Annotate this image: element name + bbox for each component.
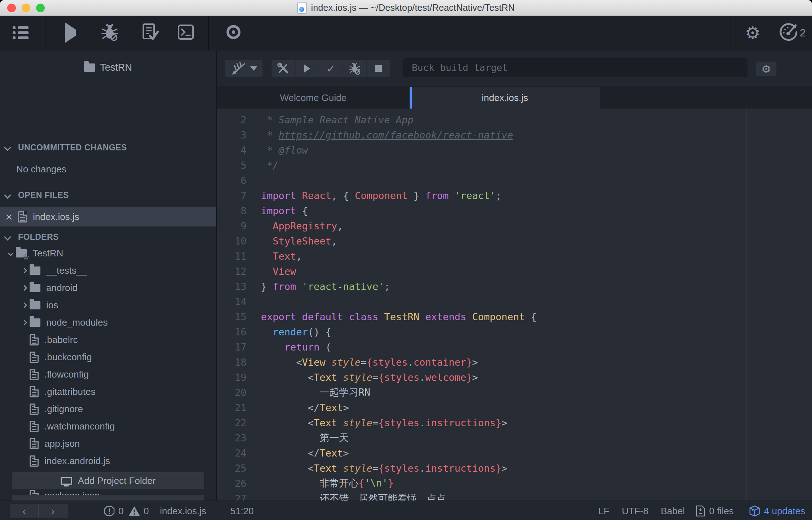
code-line-18[interactable]: 18 <View style={styles.container}> — [217, 354, 812, 370]
code-text: </Text> — [261, 448, 349, 459]
code-line-5[interactable]: 5 */ — [217, 158, 812, 173]
open-file-row[interactable]: × index.ios.js — [0, 207, 216, 226]
code-line-16[interactable]: 16 render() { — [217, 324, 812, 339]
code-line-21[interactable]: 21 </Text> — [217, 400, 812, 415]
buck-build-button[interactable] — [271, 60, 295, 77]
changed-files-indicator[interactable]: 0 files — [695, 501, 734, 520]
minimize-window-button[interactable] — [22, 4, 30, 12]
code-line-2[interactable]: 2 * Sample React Native App — [217, 112, 812, 127]
buck-stop-button[interactable] — [367, 60, 390, 77]
buck-settings-button[interactable]: ⚙ — [756, 61, 777, 76]
code-line-13[interactable]: 13} from 'react-native'; — [217, 279, 812, 294]
code-line-19[interactable]: 19 <Text style={styles.welcome}> — [217, 370, 812, 385]
code-line-23[interactable]: 23 第一天 — [217, 430, 812, 445]
settings-gear-icon[interactable]: ⚙ — [745, 23, 760, 43]
toggle-panels-icon[interactable] — [13, 26, 29, 39]
tree-item-app.json[interactable]: app.json — [0, 435, 216, 452]
debugger-icon[interactable] — [100, 23, 119, 43]
code-line-9[interactable]: 9 AppRegistry, — [217, 218, 812, 233]
buck-menu-button[interactable] — [225, 60, 263, 77]
nav-forward-button[interactable]: › — [39, 504, 67, 518]
section-uncommitted-changes[interactable]: UNCOMMITTED CHANGES — [0, 141, 216, 154]
grammar-selector[interactable]: Babel — [661, 501, 685, 520]
line-number: 4 — [217, 145, 261, 156]
tree-item-.gitignore[interactable]: .gitignore — [0, 400, 216, 418]
code-text: return ( — [261, 341, 331, 353]
tab-label: Welcome Guide — [280, 92, 347, 103]
line-number: 26 — [217, 478, 261, 489]
code-line-22[interactable]: 22 <Text style={styles.instructions}> — [217, 415, 812, 430]
tree-item-label: node_modules — [46, 317, 108, 328]
buck-debug-button[interactable] — [343, 60, 367, 77]
code-line-3[interactable]: 3 * https://github.com/facebook/react-na… — [217, 127, 812, 142]
tree-item-ios[interactable]: ios — [0, 296, 216, 314]
code-line-6[interactable]: 6 — [217, 173, 812, 188]
buck-test-button[interactable]: ✓ — [319, 60, 343, 77]
folder-icon — [84, 63, 95, 72]
tree-item-.buckconfig[interactable]: .buckconfig — [0, 348, 216, 366]
updates-indicator[interactable]: 4 updates — [749, 501, 805, 520]
code-text: <Text style={styles.welcome}> — [261, 372, 478, 383]
code-line-25[interactable]: 25 <Text style={styles.instructions}> — [217, 460, 812, 476]
line-ending-selector[interactable]: LF — [598, 501, 609, 520]
terminal-icon[interactable] — [178, 24, 194, 41]
code-line-10[interactable]: 10 StyleSheet, — [217, 233, 812, 248]
buck-run-button[interactable] — [295, 60, 319, 77]
tree-item-__tests__[interactable]: __tests__ — [0, 262, 216, 279]
buck-build-target-input[interactable]: Buck build target — [403, 58, 747, 77]
sidebar: TestRN UNCOMMITTED CHANGES No changes OP… — [0, 50, 217, 501]
tree-item-.babelrc[interactable]: .babelrc — [0, 331, 216, 348]
code-line-17[interactable]: 17 return ( — [217, 339, 812, 354]
code-line-14[interactable]: 14 — [217, 294, 812, 309]
code-text: StyleSheet, — [261, 235, 337, 247]
nuclide-health-icon[interactable] — [225, 24, 242, 42]
code-editor[interactable]: 2 * Sample React Native App3 * https://g… — [217, 109, 812, 501]
code-line-7[interactable]: 7import React, { Component } from 'react… — [217, 188, 812, 203]
file-icon — [30, 404, 39, 415]
tree-item-label: .gitattributes — [44, 386, 96, 397]
code-line-26[interactable]: 26 非常开心{'\n'} — [217, 476, 812, 491]
code-line-4[interactable]: 4 * @flow — [217, 142, 812, 158]
tree-item-TestRN[interactable]: ☆TestRN — [0, 244, 216, 262]
close-file-icon[interactable]: × — [0, 211, 18, 223]
gauge-icon[interactable] — [779, 23, 800, 43]
tree-item-.gitattributes[interactable]: .gitattributes — [0, 383, 216, 400]
tree-item-label: .flowconfig — [44, 369, 89, 380]
diagnostics-errors[interactable]: 0 — [104, 501, 123, 520]
file-tree: ☆TestRN__tests__androidiosnode_modules.b… — [0, 244, 216, 501]
tree-item-node_modules[interactable]: node_modules — [0, 314, 216, 331]
code-line-27[interactable]: 27 还不错，居然可能看懂，点点 — [217, 491, 812, 501]
encoding-selector[interactable]: UTF-8 — [622, 501, 649, 520]
zoom-window-button[interactable] — [36, 4, 45, 12]
cursor-position[interactable]: 51:20 — [230, 501, 254, 520]
line-number: 2 — [217, 114, 261, 125]
line-number: 7 — [217, 190, 261, 201]
error-icon — [104, 506, 115, 516]
chevron-down-icon — [250, 66, 257, 71]
code-line-15[interactable]: 15export default class TestRN extends Co… — [217, 309, 812, 324]
code-line-20[interactable]: 20 一起学习RN — [217, 385, 812, 400]
close-window-button[interactable] — [7, 4, 16, 12]
gauge-badge: 2 — [800, 27, 806, 39]
tree-item-index.android.js[interactable]: index.android.js — [0, 452, 216, 470]
tree-item-.watchmanconfig[interactable]: .watchmanconfig — [0, 418, 216, 435]
code-line-8[interactable]: 8import { — [217, 203, 812, 218]
tab-welcome-guide[interactable]: Welcome Guide — [217, 87, 410, 109]
nav-back-button[interactable]: ‹ — [10, 504, 39, 518]
run-icon[interactable] — [65, 30, 76, 36]
section-open-files[interactable]: OPEN FILES — [0, 189, 216, 201]
tree-item-.flowconfig[interactable]: .flowconfig — [0, 366, 216, 383]
hidden-button-partial[interactable] — [12, 495, 204, 501]
code-line-24[interactable]: 24 </Text> — [217, 445, 812, 460]
diagnostics-warnings[interactable]: 0 — [128, 501, 149, 520]
main-toolbar: ⚙ 2 — [0, 16, 812, 50]
task-runner-icon[interactable] — [141, 23, 159, 43]
tree-item-label: index.android.js — [44, 455, 110, 467]
section-folders[interactable]: FOLDERS — [0, 231, 216, 243]
tab-index-ios-js[interactable]: index.ios.js — [410, 87, 600, 109]
code-line-12[interactable]: 12 View — [217, 264, 812, 279]
code-line-11[interactable]: 11 Text, — [217, 248, 812, 264]
chevron-down-icon — [4, 144, 11, 151]
tree-item-android[interactable]: android — [0, 279, 216, 296]
add-project-folder-button[interactable]: Add Project Folder — [12, 472, 204, 489]
